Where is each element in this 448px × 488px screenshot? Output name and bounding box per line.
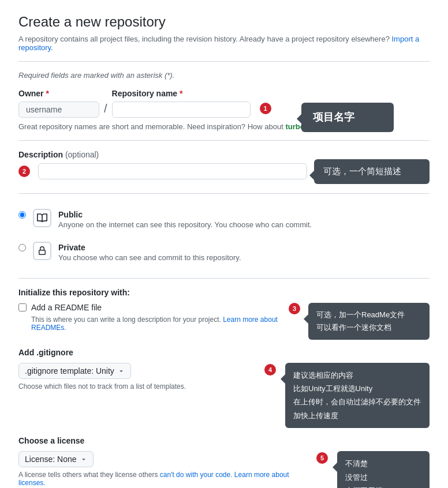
license-cant-do-link[interactable]: can't do with your code. [160, 471, 233, 479]
badge-5: 5 [316, 452, 328, 464]
repo-name-label: Repository name * [112, 89, 251, 98]
public-content: Public Anyone on the internet can see th… [58, 210, 430, 229]
gitignore-dropdown[interactable]: .gitignore template: Unity [18, 363, 131, 379]
license-others-text: license others [115, 471, 158, 479]
initialize-label: Initialize this repository with: [18, 288, 430, 297]
tooltip-4: 建议选相应的内容 比如Unity工程就选Unity 在上传时，会自动过滤掉不必要… [285, 363, 430, 429]
tooltip-5: 不清楚 没管过 大概不用管 [337, 451, 430, 488]
private-content: Private You choose who can see and commi… [58, 243, 430, 262]
public-desc: Anyone on the internet can see this repo… [58, 220, 430, 229]
public-icon [33, 209, 51, 227]
license-helper: A license tells others what they license… [18, 471, 311, 487]
page-subtitle: A repository contains all project files,… [18, 35, 430, 52]
public-radio[interactable] [18, 211, 26, 219]
description-input[interactable] [38, 163, 307, 179]
visibility-section: Public Anyone on the internet can see th… [18, 203, 430, 269]
divider-2 [18, 193, 430, 194]
owner-input[interactable] [18, 102, 99, 118]
divider-3 [18, 278, 430, 279]
private-title: Private [58, 243, 430, 252]
readme-checkbox-row: Add a README file [18, 303, 284, 312]
repo-name-input[interactable] [112, 102, 251, 118]
tooltip-2: 可选，一个简短描述 [314, 159, 430, 184]
description-label: Description (optional) [18, 150, 99, 159]
badge-1: 1 [260, 103, 271, 114]
private-icon [33, 242, 51, 260]
private-option[interactable]: Private You choose who can see and commi… [18, 236, 430, 269]
gitignore-label: Add .gitignore [18, 348, 430, 357]
private-radio[interactable] [18, 244, 26, 251]
license-dropdown[interactable]: License: None [18, 451, 94, 467]
badge-4: 4 [264, 364, 276, 376]
readme-label: Add a README file [31, 303, 102, 312]
divider-1 [18, 140, 430, 141]
public-title: Public [58, 210, 430, 219]
slash-separator: / [104, 102, 107, 118]
tooltip-1: 项目名字 [301, 103, 394, 132]
page-title: Create a new repository [18, 14, 430, 30]
license-section: Choose a license License: None A license… [18, 436, 430, 488]
gitignore-helper: Choose which files not to track from a l… [18, 382, 259, 391]
gitignore-section: Add .gitignore .gitignore template: Unit… [18, 348, 430, 429]
license-label: Choose a license [18, 436, 430, 445]
title-divider [18, 61, 430, 62]
readme-checkbox[interactable] [18, 303, 27, 311]
badge-3: 3 [289, 303, 300, 314]
initialize-section: Initialize this repository with: Add a R… [18, 288, 430, 340]
public-option[interactable]: Public Anyone on the internet can see th… [18, 203, 430, 236]
private-desc: You choose who can see and commit to thi… [58, 253, 430, 262]
repo-name-group: Repository name * [112, 89, 251, 118]
required-note: Required fields are marked with an aster… [18, 71, 430, 80]
badge-2: 2 [18, 166, 30, 177]
owner-group: Owner * [18, 89, 99, 118]
owner-label: Owner * [18, 89, 99, 98]
description-section: Description (optional) 2 可选，一个简短描述 [18, 150, 430, 184]
readme-desc: This is where you can write a long descr… [31, 316, 284, 332]
tooltip-3: 可选，加一个ReadMe文件 可以看作一个迷你文档 [308, 303, 430, 340]
